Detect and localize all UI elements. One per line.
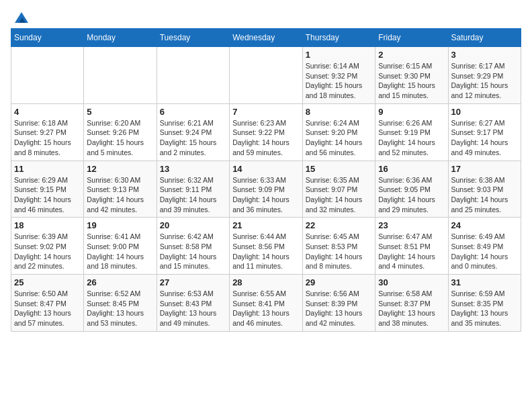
day-info: Sunrise: 6:41 AM Sunset: 9:00 PM Dayligh…: [87, 232, 153, 271]
day-info: Sunrise: 6:58 AM Sunset: 8:37 PM Dayligh…: [378, 289, 445, 328]
day-info: Sunrise: 6:20 AM Sunset: 9:26 PM Dayligh…: [87, 118, 153, 158]
day-of-week-header: Thursday: [302, 29, 375, 47]
day-info: Sunrise: 6:59 AM Sunset: 8:35 PM Dayligh…: [451, 289, 518, 328]
day-info: Sunrise: 6:38 AM Sunset: 9:03 PM Dayligh…: [451, 175, 518, 215]
calendar-cell: [230, 47, 303, 104]
calendar-cell: 25Sunrise: 6:50 AM Sunset: 8:47 PM Dayli…: [11, 275, 84, 332]
logo: [11, 11, 31, 21]
day-number: 20: [160, 220, 226, 230]
day-info: Sunrise: 6:49 AM Sunset: 8:49 PM Dayligh…: [451, 232, 518, 271]
calendar-cell: [84, 47, 157, 104]
day-info: Sunrise: 6:47 AM Sunset: 8:51 PM Dayligh…: [378, 232, 445, 271]
calendar-cell: 21Sunrise: 6:44 AM Sunset: 8:56 PM Dayli…: [230, 218, 303, 275]
day-number: 3: [451, 50, 518, 60]
calendar-cell: 22Sunrise: 6:45 AM Sunset: 8:53 PM Dayli…: [302, 218, 375, 275]
day-info: Sunrise: 6:53 AM Sunset: 8:43 PM Dayligh…: [160, 289, 226, 328]
day-number: 8: [306, 107, 372, 117]
day-number: 27: [160, 277, 226, 287]
day-number: 4: [14, 107, 81, 117]
day-info: Sunrise: 6:21 AM Sunset: 9:24 PM Dayligh…: [160, 118, 226, 158]
calendar-cell: 28Sunrise: 6:55 AM Sunset: 8:41 PM Dayli…: [230, 275, 303, 332]
calendar-cell: 27Sunrise: 6:53 AM Sunset: 8:43 PM Dayli…: [157, 275, 229, 332]
day-number: 18: [14, 220, 81, 230]
day-info: Sunrise: 6:33 AM Sunset: 9:09 PM Dayligh…: [232, 175, 300, 215]
day-number: 31: [451, 277, 518, 287]
calendar-cell: 9Sunrise: 6:26 AM Sunset: 9:19 PM Daylig…: [375, 103, 448, 161]
day-info: Sunrise: 6:26 AM Sunset: 9:19 PM Dayligh…: [378, 118, 445, 158]
page-header: [11, 11, 521, 21]
calendar-cell: 8Sunrise: 6:24 AM Sunset: 9:20 PM Daylig…: [302, 103, 375, 161]
calendar-cell: 4Sunrise: 6:18 AM Sunset: 9:27 PM Daylig…: [11, 103, 84, 161]
calendar-table: SundayMondayTuesdayWednesdayThursdayFrid…: [11, 28, 521, 332]
day-of-week-header: Wednesday: [230, 29, 303, 47]
day-number: 24: [451, 220, 518, 230]
day-info: Sunrise: 6:56 AM Sunset: 8:39 PM Dayligh…: [306, 289, 372, 328]
day-info: Sunrise: 6:30 AM Sunset: 9:13 PM Dayligh…: [87, 175, 153, 215]
calendar-cell: 14Sunrise: 6:33 AM Sunset: 9:09 PM Dayli…: [230, 161, 303, 218]
day-info: Sunrise: 6:44 AM Sunset: 8:56 PM Dayligh…: [232, 232, 300, 271]
calendar-cell: 5Sunrise: 6:20 AM Sunset: 9:26 PM Daylig…: [84, 103, 157, 161]
day-of-week-header: Saturday: [448, 29, 521, 47]
day-number: 10: [451, 107, 518, 117]
calendar-cell: [157, 47, 229, 104]
day-info: Sunrise: 6:24 AM Sunset: 9:20 PM Dayligh…: [306, 118, 372, 158]
day-number: 22: [306, 220, 372, 230]
calendar-week-row: 4Sunrise: 6:18 AM Sunset: 9:27 PM Daylig…: [11, 103, 521, 161]
day-number: 25: [14, 277, 81, 287]
calendar-cell: 6Sunrise: 6:21 AM Sunset: 9:24 PM Daylig…: [157, 103, 229, 161]
day-of-week-header: Friday: [375, 29, 448, 47]
calendar-cell: 18Sunrise: 6:39 AM Sunset: 9:02 PM Dayli…: [11, 218, 84, 275]
day-info: Sunrise: 6:50 AM Sunset: 8:47 PM Dayligh…: [14, 289, 81, 328]
calendar-cell: 20Sunrise: 6:42 AM Sunset: 8:58 PM Dayli…: [157, 218, 229, 275]
day-info: Sunrise: 6:45 AM Sunset: 8:53 PM Dayligh…: [306, 232, 372, 271]
day-number: 7: [232, 107, 300, 117]
day-number: 1: [306, 50, 372, 60]
calendar-cell: 11Sunrise: 6:29 AM Sunset: 9:15 PM Dayli…: [11, 161, 84, 218]
day-of-week-header: Monday: [84, 29, 157, 47]
day-info: Sunrise: 6:29 AM Sunset: 9:15 PM Dayligh…: [14, 175, 81, 215]
calendar-cell: 7Sunrise: 6:23 AM Sunset: 9:22 PM Daylig…: [230, 103, 303, 161]
calendar-cell: 17Sunrise: 6:38 AM Sunset: 9:03 PM Dayli…: [448, 161, 521, 218]
calendar-cell: 26Sunrise: 6:52 AM Sunset: 8:45 PM Dayli…: [84, 275, 157, 332]
day-number: 28: [232, 277, 300, 287]
calendar-header-row: SundayMondayTuesdayWednesdayThursdayFrid…: [11, 29, 521, 47]
day-info: Sunrise: 6:39 AM Sunset: 9:02 PM Dayligh…: [14, 232, 81, 271]
day-info: Sunrise: 6:18 AM Sunset: 9:27 PM Dayligh…: [14, 118, 81, 158]
day-number: 6: [160, 107, 226, 117]
day-number: 12: [87, 164, 153, 174]
calendar-cell: 16Sunrise: 6:36 AM Sunset: 9:05 PM Dayli…: [375, 161, 448, 218]
day-info: Sunrise: 6:42 AM Sunset: 8:58 PM Dayligh…: [160, 232, 226, 271]
calendar-week-row: 25Sunrise: 6:50 AM Sunset: 8:47 PM Dayli…: [11, 275, 521, 332]
day-info: Sunrise: 6:55 AM Sunset: 8:41 PM Dayligh…: [232, 289, 300, 328]
day-of-week-header: Sunday: [11, 29, 84, 47]
day-info: Sunrise: 6:14 AM Sunset: 9:32 PM Dayligh…: [306, 61, 372, 101]
day-number: 21: [232, 220, 300, 230]
day-number: 9: [378, 107, 445, 117]
day-number: 11: [14, 164, 81, 174]
day-info: Sunrise: 6:23 AM Sunset: 9:22 PM Dayligh…: [232, 118, 300, 158]
calendar-cell: 1Sunrise: 6:14 AM Sunset: 9:32 PM Daylig…: [302, 47, 375, 104]
day-number: 19: [87, 220, 153, 230]
calendar-cell: 23Sunrise: 6:47 AM Sunset: 8:51 PM Dayli…: [375, 218, 448, 275]
day-number: 2: [378, 50, 445, 60]
day-number: 16: [378, 164, 445, 174]
day-number: 5: [87, 107, 153, 117]
day-info: Sunrise: 6:15 AM Sunset: 9:30 PM Dayligh…: [378, 61, 445, 101]
day-info: Sunrise: 6:36 AM Sunset: 9:05 PM Dayligh…: [378, 175, 445, 215]
day-number: 13: [160, 164, 226, 174]
day-number: 14: [232, 164, 300, 174]
calendar-cell: 2Sunrise: 6:15 AM Sunset: 9:30 PM Daylig…: [375, 47, 448, 104]
day-number: 15: [306, 164, 372, 174]
calendar-cell: 13Sunrise: 6:32 AM Sunset: 9:11 PM Dayli…: [157, 161, 229, 218]
calendar-week-row: 11Sunrise: 6:29 AM Sunset: 9:15 PM Dayli…: [11, 161, 521, 218]
day-number: 17: [451, 164, 518, 174]
calendar-cell: 30Sunrise: 6:58 AM Sunset: 8:37 PM Dayli…: [375, 275, 448, 332]
calendar-week-row: 1Sunrise: 6:14 AM Sunset: 9:32 PM Daylig…: [11, 47, 521, 104]
day-number: 30: [378, 277, 445, 287]
calendar-week-row: 18Sunrise: 6:39 AM Sunset: 9:02 PM Dayli…: [11, 218, 521, 275]
day-info: Sunrise: 6:52 AM Sunset: 8:45 PM Dayligh…: [87, 289, 153, 328]
day-info: Sunrise: 6:27 AM Sunset: 9:17 PM Dayligh…: [451, 118, 518, 158]
calendar-cell: 15Sunrise: 6:35 AM Sunset: 9:07 PM Dayli…: [302, 161, 375, 218]
calendar-cell: 10Sunrise: 6:27 AM Sunset: 9:17 PM Dayli…: [448, 103, 521, 161]
logo-icon: [12, 11, 31, 24]
